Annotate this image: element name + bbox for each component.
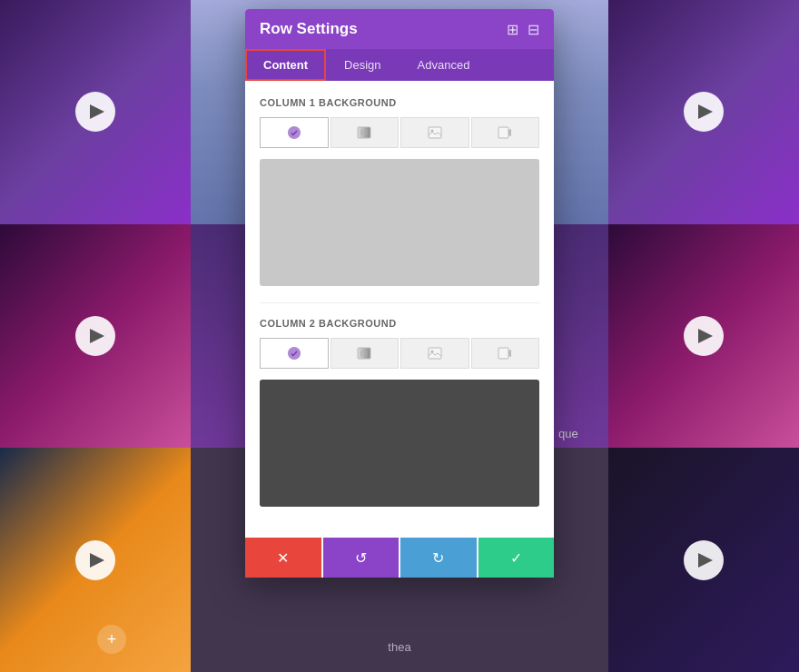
col1-label: Column 1 Background	[260, 97, 539, 108]
row-settings-modal: Row Settings ⊞ ⊟ Content Design Advanced…	[245, 9, 554, 578]
add-row-button[interactable]: +	[97, 625, 126, 654]
thumb-3	[0, 224, 191, 449]
thumb-2	[608, 0, 799, 224]
col1-bg-type-row	[260, 117, 539, 148]
col1-color-preview[interactable]	[260, 159, 539, 286]
play-btn-5[interactable]	[75, 540, 115, 580]
col2-bg-image-btn[interactable]	[400, 338, 469, 369]
svg-rect-6	[358, 348, 370, 359]
col2-bg-type-row	[260, 338, 539, 369]
col2-label: Column 2 Background	[260, 318, 539, 329]
play-btn-6[interactable]	[684, 540, 724, 580]
redo-button[interactable]: ↻	[400, 538, 477, 578]
svg-rect-3	[429, 127, 441, 138]
tab-advanced[interactable]: Advanced	[400, 49, 488, 81]
col2-bg-color-btn[interactable]	[260, 338, 329, 369]
tab-content[interactable]: Content	[245, 49, 326, 81]
thumb-5	[0, 448, 191, 672]
collapse-icon[interactable]: ⊟	[528, 21, 539, 38]
modal-footer: ✕ ↺ ↻ ✓	[245, 538, 554, 578]
thumb-4	[608, 224, 799, 449]
modal-body: Column 1 Background	[245, 81, 554, 538]
cancel-button[interactable]: ✕	[245, 538, 321, 578]
thumb-6	[608, 448, 799, 672]
svg-rect-5	[498, 127, 508, 138]
modal-title: Row Settings	[260, 20, 358, 38]
col1-bg-gradient-btn[interactable]	[330, 117, 400, 148]
play-btn-1[interactable]	[75, 92, 115, 132]
thumb-1	[0, 0, 191, 224]
col2-bg-gradient-btn[interactable]	[330, 338, 400, 369]
section-divider	[260, 302, 539, 303]
undo-button[interactable]: ↺	[323, 538, 400, 578]
svg-rect-11	[498, 348, 508, 359]
tab-design[interactable]: Design	[326, 49, 399, 81]
play-btn-2[interactable]	[684, 92, 724, 132]
col1-bg-video-btn[interactable]	[471, 117, 540, 148]
svg-rect-0	[358, 127, 370, 138]
modal-header-icons: ⊞ ⊟	[507, 21, 539, 38]
col1-bg-image-btn[interactable]	[400, 117, 469, 148]
save-button[interactable]: ✓	[478, 538, 555, 578]
expand-icon[interactable]: ⊞	[507, 21, 518, 38]
subtext-right: que	[558, 427, 578, 440]
modal-tabs: Content Design Advanced	[245, 49, 554, 81]
col1-bg-color-btn[interactable]	[260, 117, 329, 148]
col2-bg-video-btn[interactable]	[471, 338, 540, 369]
svg-rect-9	[429, 348, 441, 359]
play-btn-4[interactable]	[684, 316, 724, 356]
modal-header: Row Settings ⊞ ⊟	[245, 9, 554, 49]
play-btn-3[interactable]	[75, 316, 115, 356]
col2-color-preview[interactable]	[260, 380, 539, 507]
